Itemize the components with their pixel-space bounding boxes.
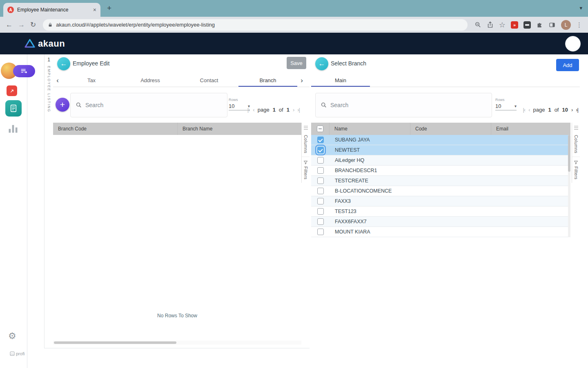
table-row[interactable]: AiLedger HQ <box>311 155 570 166</box>
table-row[interactable]: TEST123 <box>311 206 570 217</box>
search-input[interactable] <box>330 102 463 108</box>
row-checkbox[interactable] <box>317 147 324 153</box>
browser-window: A Employee Maintenance × + ▾ ← → ↻ akaun… <box>0 0 588 368</box>
table-row[interactable]: SUBANG JAYA <box>311 135 570 145</box>
table-row[interactable]: FAXX3 <box>311 196 570 206</box>
back-arrow-icon: ← <box>318 60 325 68</box>
filters-side-tab[interactable]: Filters <box>302 157 310 183</box>
column-header-code[interactable]: Code <box>410 123 491 135</box>
branch-list-search-box[interactable] <box>315 93 492 117</box>
row-checkbox[interactable] <box>317 137 324 143</box>
sidebar-item-export[interactable] <box>7 85 17 96</box>
tabs-scroll-left-icon[interactable]: ‹ <box>53 74 62 87</box>
tab-contact[interactable]: Contact <box>180 74 238 87</box>
extension-dark-icon[interactable] <box>523 21 531 29</box>
new-tab-button[interactable]: + <box>107 4 111 13</box>
bookmark-star-icon[interactable]: ☆ <box>499 20 506 29</box>
columns-side-tab[interactable]: Columns <box>572 123 580 157</box>
save-button[interactable]: Save <box>287 57 306 69</box>
prev-page-icon[interactable]: ‹ <box>528 107 530 113</box>
settings-gear-icon[interactable]: ⚙ <box>8 331 16 341</box>
search-input[interactable] <box>85 102 203 108</box>
last-page-icon[interactable]: ›| <box>297 107 300 113</box>
menu-kebab-icon[interactable]: ⋮ <box>576 21 582 29</box>
back-button[interactable]: ← <box>315 57 328 70</box>
table-row[interactable]: FAXX6FAXX7 <box>311 217 570 227</box>
listing-label: EMPLOYEE LISTING <box>47 66 51 112</box>
tab-branch[interactable]: Branch <box>238 74 297 87</box>
tabs-scroll-right-icon[interactable]: › <box>297 74 306 87</box>
search-icon <box>76 102 82 108</box>
first-page-icon[interactable]: |‹ <box>247 107 250 113</box>
table-row[interactable]: BRANCHDESCR1 <box>311 166 570 176</box>
branch-name: TEST123 <box>330 209 410 214</box>
column-header-branch-name[interactable]: Branch Name <box>178 123 301 135</box>
column-header-email[interactable]: Email <box>491 123 570 135</box>
back-button[interactable]: ← <box>57 57 70 70</box>
reload-icon[interactable]: ↻ <box>30 20 36 29</box>
column-header-branch-code[interactable]: Branch Code <box>53 123 178 135</box>
row-checkbox[interactable] <box>317 198 324 204</box>
side-panel-icon[interactable] <box>548 22 556 28</box>
branch-select-table-header: Name Code Email <box>311 123 570 135</box>
menu-toggle-button[interactable] <box>13 65 35 77</box>
grip-icon <box>304 126 308 131</box>
filters-tab-label: Filters <box>303 166 308 180</box>
employee-listing-strip[interactable]: 1 EMPLOYEE LISTING <box>44 54 53 348</box>
user-avatar[interactable] <box>565 36 581 52</box>
scrollbar-thumb[interactable] <box>568 135 570 172</box>
next-page-icon[interactable]: › <box>293 107 294 113</box>
row-checkbox[interactable] <box>317 208 324 215</box>
tab-close-icon[interactable]: × <box>93 7 96 13</box>
row-checkbox[interactable] <box>317 157 324 164</box>
page-current: 1 <box>273 107 276 113</box>
row-checkbox[interactable] <box>317 177 324 184</box>
app-header: akaun <box>0 33 588 54</box>
add-branch-button[interactable]: + <box>56 98 69 112</box>
scrollbar-thumb[interactable] <box>54 341 176 344</box>
zoom-icon[interactable] <box>474 21 481 28</box>
row-checkbox[interactable] <box>317 229 324 235</box>
branch-search-box[interactable] <box>70 93 227 117</box>
sidebar-item-analytics[interactable] <box>7 123 19 135</box>
table-row[interactable]: NEWTEST <box>311 145 570 155</box>
browser-tab[interactable]: A Employee Maintenance × <box>3 3 100 17</box>
extension-red-icon[interactable]: » <box>511 21 518 29</box>
extensions-puzzle-icon[interactable] <box>536 21 543 28</box>
table-row[interactable]: TESTCREATE <box>311 176 570 186</box>
rows-per-page-select[interactable]: Rows 10▾ <box>495 98 517 110</box>
lock-icon <box>48 22 53 28</box>
table-row[interactable]: B-LOCATIONCOMENCE <box>311 186 570 196</box>
first-page-icon[interactable]: |‹ <box>523 107 525 113</box>
share-icon[interactable] <box>487 21 494 28</box>
rows-per-page-select[interactable]: Rows 10▾ <box>229 98 250 110</box>
tab-list-caret-icon[interactable]: ▾ <box>579 5 582 11</box>
select-all-checkbox[interactable] <box>317 126 323 132</box>
horizontal-scrollbar[interactable] <box>53 341 301 345</box>
broken-image-icon <box>10 351 15 356</box>
prev-page-icon[interactable]: ‹ <box>253 107 254 113</box>
address-bar[interactable]: akaun.cloud/#/applets/wavelet/erp/entity… <box>43 19 468 31</box>
tab-title: Employee Maintenance <box>17 7 90 13</box>
site-favicon-icon: A <box>7 7 14 13</box>
branch-name: TESTCREATE <box>330 178 410 184</box>
tab-tax[interactable]: Tax <box>62 74 121 87</box>
tab-main[interactable]: Main <box>311 74 370 87</box>
columns-side-tab[interactable]: Columns <box>302 123 310 157</box>
row-checkbox[interactable] <box>317 218 324 225</box>
forward-icon[interactable]: → <box>18 21 25 29</box>
browser-profile-badge[interactable]: L <box>561 20 571 30</box>
row-checkbox[interactable] <box>317 167 324 174</box>
last-page-icon[interactable]: ›| <box>576 107 578 113</box>
back-icon[interactable]: ← <box>6 21 13 29</box>
sidebar-item-applet[interactable] <box>5 100 22 117</box>
tab-address[interactable]: Address <box>121 74 180 87</box>
next-page-icon[interactable]: › <box>571 107 572 113</box>
column-header-name[interactable]: Name <box>330 123 410 135</box>
table-row[interactable]: MOUNT KIARA <box>311 227 570 237</box>
row-checkbox[interactable] <box>317 188 324 194</box>
filters-side-tab[interactable]: Filters <box>572 157 580 183</box>
add-button[interactable]: Add <box>556 59 579 71</box>
rows-label: Rows <box>495 98 517 102</box>
vertical-scrollbar[interactable] <box>568 135 570 237</box>
